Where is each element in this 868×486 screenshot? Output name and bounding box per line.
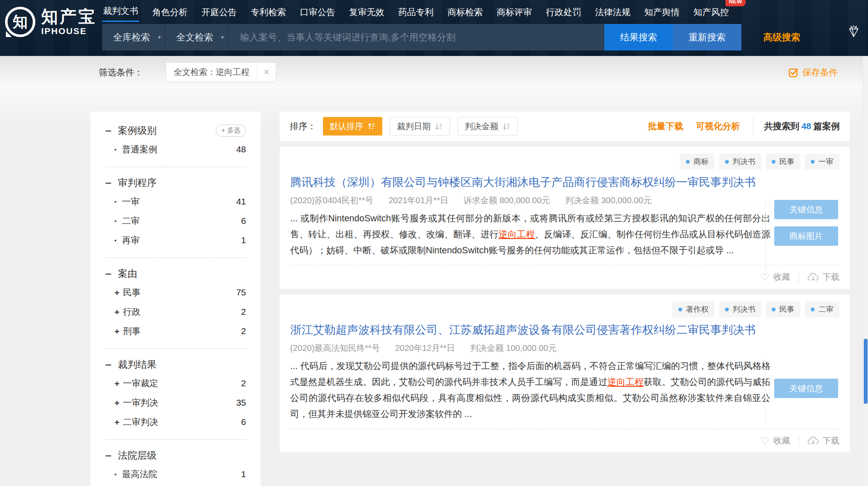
- filter-item-label: 最高法院: [122, 468, 157, 480]
- sort-amount-button[interactable]: 判决金额: [458, 117, 518, 135]
- nav-tab-patent-search[interactable]: 专利检索: [250, 1, 287, 22]
- search-input[interactable]: [228, 24, 604, 50]
- logo-icon: 知: [5, 7, 35, 37]
- nav-tab-judgment-documents[interactable]: 裁判文书: [102, 0, 139, 22]
- trademark-image-button[interactable]: 商标图片: [774, 226, 838, 246]
- judgment-amount: 判决金额 300,000.00元: [565, 195, 652, 206]
- expand-plus-icon[interactable]: +: [114, 379, 119, 388]
- nav-tab-ip-public-opinion[interactable]: 知产舆情: [643, 1, 680, 22]
- divider: [765, 358, 766, 424]
- filter-section-judgment-result: − 裁判结果 + 一审裁定 2 + 一审判决 35 +: [105, 358, 246, 440]
- expand-plus-icon[interactable]: +: [114, 288, 119, 297]
- filter-section-case-level: − 案例级别 + 多选 ▪ 普通案例 48: [105, 124, 246, 167]
- download-button[interactable]: 下载: [807, 271, 839, 283]
- result-title-link[interactable]: 浙江艾勒超声波科技有限公司、江苏威拓超声波设备有限公司侵害著作权纠纷二审民事判决…: [290, 322, 774, 337]
- filter-conditions-label: 筛选条件：: [99, 66, 143, 78]
- sort-default-button[interactable]: 默认排序: [323, 117, 382, 135]
- nav-tab-trademark-review[interactable]: 商标评审: [496, 1, 533, 22]
- collapse-icon[interactable]: −: [105, 450, 111, 461]
- filter-item[interactable]: + 二审判决 6: [105, 412, 246, 432]
- nav-tab-laws-regulations[interactable]: 法律法规: [594, 1, 631, 22]
- divider: [105, 258, 246, 258]
- nav-tab-drug-patent[interactable]: 药品专利: [397, 1, 434, 22]
- filter-item-label: 一审: [122, 196, 140, 207]
- heart-icon: ♡: [760, 272, 770, 282]
- download-button[interactable]: 下载: [807, 435, 839, 446]
- favorite-button[interactable]: ♡ 收藏: [760, 435, 790, 446]
- expand-plus-icon[interactable]: +: [114, 308, 119, 316]
- result-search-button[interactable]: 结果搜索: [604, 24, 673, 50]
- square-bullet-icon: ▪: [114, 146, 116, 152]
- tag-badge: 判决书: [719, 154, 761, 170]
- filter-item-count: 75: [236, 287, 246, 297]
- divider: [799, 436, 799, 446]
- nav-tab-trademark-search[interactable]: 商标检索: [447, 1, 484, 22]
- nav-tab-reexamination-invalidation[interactable]: 复审无效: [348, 1, 385, 22]
- nav-tab-role-analysis[interactable]: 角色分析: [151, 1, 188, 22]
- filter-item[interactable]: + 行政 2: [105, 302, 246, 321]
- filter-section-cause-of-action: − 案由 + 民事 75 + 行政 2 +: [105, 267, 246, 349]
- logo-subtitle: IPHOUSE: [41, 26, 97, 36]
- filter-item[interactable]: ▪ 最高法院 1: [105, 465, 246, 484]
- judgment-amount: 判决金额 100,000.00元: [470, 343, 557, 354]
- filter-chip-text: 全文检索：逆向工程: [166, 63, 257, 82]
- filter-item[interactable]: + 一审判决 35: [105, 393, 246, 412]
- filter-chip: 全文检索：逆向工程 ✕: [166, 62, 276, 82]
- filter-item[interactable]: + 刑事 2: [105, 321, 246, 341]
- expand-plus-icon[interactable]: +: [114, 418, 119, 427]
- search-bar: 全库检索 ▼ 全文检索 ▼: [102, 24, 604, 50]
- multi-select-button[interactable]: + 多选: [216, 125, 246, 137]
- field-select[interactable]: 全文检索 ▼: [165, 24, 228, 50]
- nav-tab-ip-risk-control[interactable]: 知产风控NEW: [693, 1, 730, 22]
- filter-sidebar: − 案例级别 + 多选 ▪ 普通案例 48 − 审判程序: [90, 112, 261, 486]
- advanced-search-link[interactable]: 高级搜索: [763, 24, 800, 50]
- card-actions: 关键信息: [774, 379, 838, 405]
- filter-bar: 筛选条件： 全文检索：逆向工程 ✕ 保存条件: [0, 56, 868, 88]
- logo[interactable]: 知 知产宝 IPHOUSE: [5, 7, 97, 37]
- filter-item[interactable]: ▪ 二审 6: [105, 211, 246, 231]
- filter-item[interactable]: ▪ 再审 1: [105, 231, 246, 250]
- sort-date-button[interactable]: 裁判日期: [390, 117, 450, 135]
- tag-badge: 判决书: [719, 301, 761, 317]
- collapse-icon[interactable]: −: [105, 125, 111, 136]
- favorite-button[interactable]: ♡ 收藏: [760, 271, 790, 283]
- iphouse-case-search-page: 知 知产宝 IPHOUSE 裁判文书 角色分析 开庭公告 专利检索 口审公告 复…: [0, 0, 868, 486]
- gem-icon[interactable]: [846, 25, 861, 39]
- nav-tab-administrative-penalty[interactable]: 行政处罚: [545, 1, 582, 22]
- collapse-icon[interactable]: −: [105, 268, 111, 279]
- filter-item[interactable]: ▪ 一审 41: [105, 192, 246, 211]
- filter-section-trial-procedure: − 审判程序 ▪ 一审 41 ▪ 二审 6 ▪: [105, 176, 246, 258]
- filter-item-label: 一审判决: [123, 397, 158, 409]
- expand-plus-icon[interactable]: +: [114, 398, 119, 407]
- filter-item[interactable]: + 民事 75: [105, 283, 246, 302]
- tag-badge: 商标: [680, 154, 715, 170]
- result-title-link[interactable]: 腾讯科技（深圳）有限公司与钟楼区南大街湘沐电子产品商行侵害商标权纠纷一审民事判决…: [290, 175, 774, 190]
- key-info-button[interactable]: 关键信息: [774, 379, 838, 398]
- filter-item[interactable]: + 一审裁定 2: [105, 374, 246, 393]
- filter-item-label: 刑事: [123, 325, 140, 337]
- collapse-icon[interactable]: −: [105, 178, 111, 189]
- visual-analysis-link[interactable]: 可视化分析: [696, 120, 740, 132]
- nav-tab-court-hearing-notice[interactable]: 开庭公告: [201, 1, 238, 22]
- filter-item-count: 35: [236, 398, 246, 408]
- filter-item[interactable]: ▪ 普通案例 48: [105, 140, 246, 159]
- filter-item[interactable]: ▪ 高级法院 4: [105, 484, 246, 486]
- tag-badge: 民事: [766, 154, 800, 170]
- result-meta: (2020)最高法知民终**号 2020年12月**日 判决金额 100,000…: [290, 343, 839, 354]
- new-search-button[interactable]: 重新搜索: [673, 24, 741, 50]
- close-icon[interactable]: ✕: [257, 63, 276, 82]
- batch-download-link[interactable]: 批量下载: [648, 120, 683, 132]
- result-snippet: ... 或制作NintendoSwitch账号服务或其任何部分的新版本，或将腾讯…: [290, 210, 770, 258]
- scope-select[interactable]: 全库检索 ▼: [102, 24, 165, 50]
- new-badge: NEW: [725, 0, 746, 6]
- filter-section-court-level: − 法院层级 ▪ 最高法院 1 ▪ 高级法院 4: [105, 449, 246, 486]
- save-conditions-button[interactable]: 保存条件: [789, 66, 838, 78]
- scrollbar-thumb[interactable]: [864, 339, 868, 404]
- sort-label: 排序：: [290, 120, 316, 132]
- key-info-button[interactable]: 关键信息: [774, 200, 838, 219]
- filter-item-count: 2: [241, 307, 246, 317]
- expand-plus-icon[interactable]: +: [114, 327, 119, 336]
- section-title: 案例级别: [118, 124, 156, 137]
- nav-tab-oral-hearing-notice[interactable]: 口审公告: [299, 1, 336, 22]
- collapse-icon[interactable]: −: [105, 359, 111, 370]
